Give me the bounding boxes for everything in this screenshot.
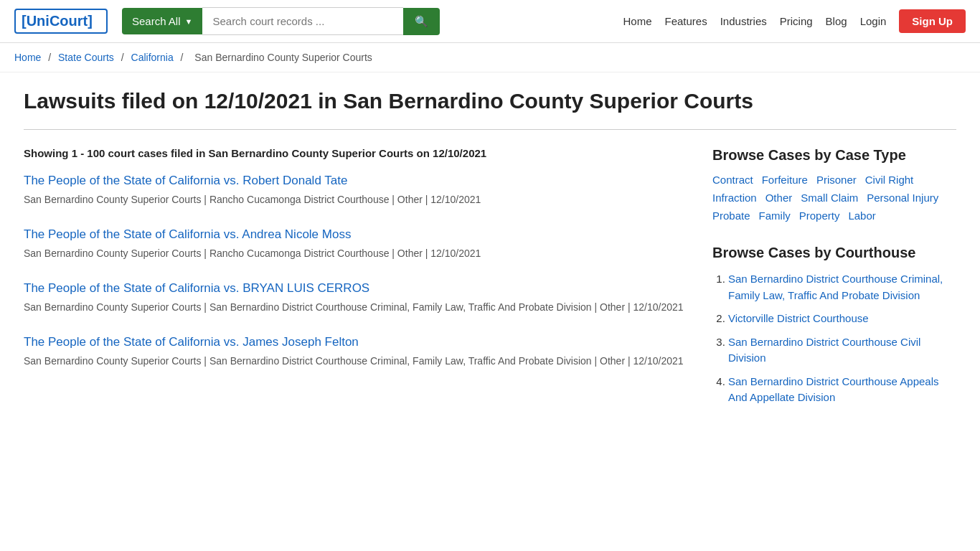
courthouse-list-item: San Bernardino District Courthouse Appea… [728, 374, 956, 406]
breadcrumb-sep-1: / [48, 52, 54, 63]
case-title[interactable]: The People of the State of California vs… [24, 281, 684, 296]
case-type-tag[interactable]: Other [765, 192, 793, 204]
courthouse-link[interactable]: Victorville District Courthouse [728, 312, 869, 324]
case-type-tag[interactable]: Property [799, 209, 840, 222]
case-type-tag[interactable]: Prisoner [816, 174, 857, 186]
breadcrumb-california[interactable]: California [131, 52, 174, 63]
search-bar: Search All ▼ 🔍 [122, 7, 440, 35]
case-title[interactable]: The People of the State of California vs… [24, 227, 684, 242]
courthouse-list-item: San Bernardino District Courthouse Civil… [728, 334, 956, 367]
nav-industries[interactable]: Industries [720, 15, 767, 27]
case-meta: San Bernardino County Superior Courts | … [24, 354, 684, 369]
logo-bracket-left: [ [22, 13, 27, 29]
case-type-section: Browse Cases by Case Type ContractForfei… [712, 147, 956, 222]
case-meta: San Bernardino County Superior Courts | … [24, 300, 684, 315]
case-title[interactable]: The People of the State of California vs… [24, 335, 684, 349]
case-item: The People of the State of California vs… [24, 281, 684, 315]
nav-home[interactable]: Home [623, 15, 651, 27]
search-all-label: Search All [132, 15, 181, 27]
breadcrumb-sep-2: / [121, 52, 127, 63]
courthouse-section: Browse Cases by Courthouse San Bernardin… [712, 245, 956, 406]
breadcrumb: Home / State Courts / California / San B… [0, 43, 980, 72]
case-type-tag[interactable]: Labor [848, 209, 875, 222]
case-title[interactable]: The People of the State of California vs… [24, 174, 684, 188]
case-list: The People of the State of California vs… [24, 174, 684, 369]
logo[interactable]: [ UniCourt ] [14, 9, 108, 34]
case-meta: San Bernardino County Superior Courts | … [24, 192, 684, 207]
courthouse-link[interactable]: San Bernardino District Courthouse Civil… [728, 336, 920, 364]
search-button[interactable]: 🔍 [403, 8, 440, 35]
case-type-tag[interactable]: Forfeiture [762, 174, 808, 186]
breadcrumb-state-courts[interactable]: State Courts [58, 52, 114, 63]
signup-button[interactable]: Sign Up [899, 9, 966, 33]
courthouse-link[interactable]: San Bernardino District Courthouse Crimi… [728, 273, 943, 301]
case-item: The People of the State of California vs… [24, 174, 684, 207]
results-info: Showing 1 - 100 court cases filed in San… [24, 147, 684, 159]
courthouse-title: Browse Cases by Courthouse [712, 245, 956, 261]
content-layout: Showing 1 - 100 court cases filed in San… [24, 147, 956, 429]
search-input[interactable] [202, 7, 403, 35]
case-type-tag[interactable]: Civil Right [865, 174, 914, 186]
case-type-tag[interactable]: Family [759, 209, 791, 222]
courthouse-list-item: San Bernardino District Courthouse Crimi… [728, 271, 956, 303]
breadcrumb-current: San Bernardino County Superior Courts [194, 52, 372, 63]
case-type-tag[interactable]: Infraction [712, 192, 757, 204]
courthouse-list: San Bernardino District Courthouse Crimi… [712, 271, 956, 406]
header: [ UniCourt ] Search All ▼ 🔍 Home Feature… [0, 0, 980, 43]
case-type-tags: ContractForfeiturePrisonerCivil RightInf… [712, 174, 956, 222]
left-column: Showing 1 - 100 court cases filed in San… [24, 147, 684, 429]
search-icon: 🔍 [415, 15, 428, 27]
main-nav: Home Features Industries Pricing Blog Lo… [623, 9, 966, 33]
page-title: Lawsuits filed on 12/10/2021 in San Bern… [24, 87, 956, 115]
case-item: The People of the State of California vs… [24, 227, 684, 261]
logo-bracket-right: ] [88, 13, 93, 29]
courthouse-link[interactable]: San Bernardino District Courthouse Appea… [728, 375, 939, 404]
courthouse-list-item: Victorville District Courthouse [728, 311, 956, 327]
case-type-tag[interactable]: Probate [712, 209, 750, 222]
breadcrumb-home[interactable]: Home [14, 52, 41, 63]
main-content: Lawsuits filed on 12/10/2021 in San Bern… [9, 72, 971, 443]
divider [24, 129, 956, 130]
chevron-down-icon: ▼ [185, 17, 193, 26]
case-type-title: Browse Cases by Case Type [712, 147, 956, 164]
nav-login[interactable]: Login [860, 15, 887, 27]
case-meta: San Bernardino County Superior Courts | … [24, 246, 684, 261]
nav-pricing[interactable]: Pricing [780, 15, 813, 27]
breadcrumb-sep-3: / [181, 52, 187, 63]
case-type-tag[interactable]: Small Claim [801, 192, 858, 204]
nav-features[interactable]: Features [664, 15, 707, 27]
logo-text: UniCourt [27, 13, 88, 29]
case-type-tag[interactable]: Personal Injury [867, 192, 938, 204]
right-column: Browse Cases by Case Type ContractForfei… [712, 147, 956, 429]
search-all-button[interactable]: Search All ▼ [122, 8, 202, 34]
case-item: The People of the State of California vs… [24, 335, 684, 369]
case-type-tag[interactable]: Contract [712, 174, 753, 186]
nav-blog[interactable]: Blog [826, 15, 847, 27]
